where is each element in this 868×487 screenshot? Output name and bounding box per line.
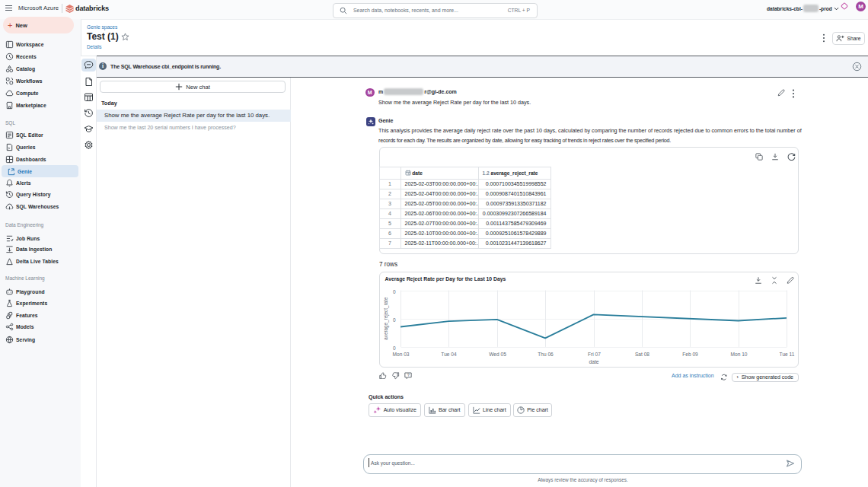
- svg-text:Wed 05: Wed 05: [489, 352, 506, 357]
- svg-text:?: ?: [407, 372, 410, 377]
- svg-text:Thu 06: Thu 06: [538, 352, 554, 357]
- svg-text:Fri 07: Fri 07: [588, 352, 601, 357]
- svg-text:Mon 10: Mon 10: [730, 352, 747, 357]
- svg-text:Feb 09: Feb 09: [682, 352, 698, 357]
- svg-text:average_reject_rate: average_reject_rate: [383, 297, 389, 340]
- svg-text:0: 0: [392, 288, 395, 294]
- svg-text:0: 0: [392, 345, 395, 350]
- svg-text:Tue 11: Tue 11: [779, 352, 794, 357]
- svg-text:Tue 04: Tue 04: [441, 352, 457, 357]
- svg-text:Sat 08: Sat 08: [634, 352, 649, 357]
- svg-text:0: 0: [392, 317, 395, 322]
- svg-text:date: date: [589, 359, 598, 364]
- svg-text:Mon 03: Mon 03: [392, 352, 409, 357]
